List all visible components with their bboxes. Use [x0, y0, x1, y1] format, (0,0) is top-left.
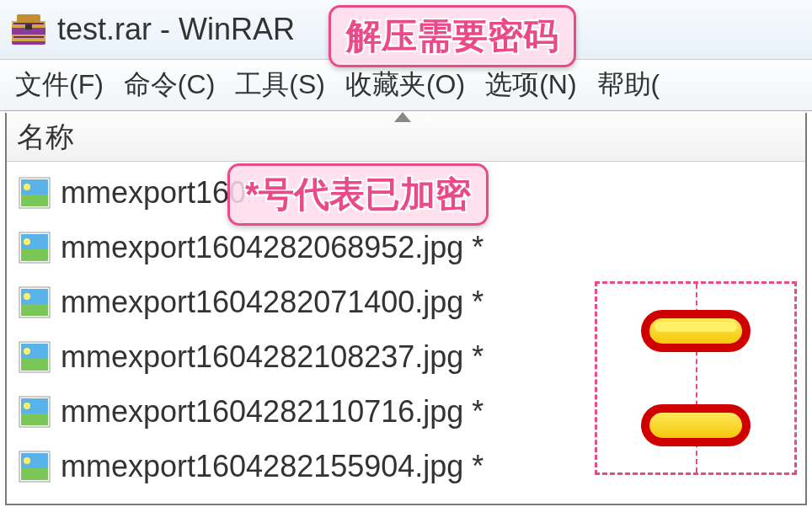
file-name: mmexport1604282155904.jpg * [61, 449, 483, 484]
svg-rect-4 [25, 24, 32, 29]
menu-command[interactable]: 命令(C) [124, 67, 215, 104]
image-file-icon [19, 341, 51, 373]
svg-rect-17 [21, 304, 48, 316]
decoration-cell [597, 284, 794, 378]
svg-rect-6 [13, 36, 44, 38]
svg-rect-29 [21, 468, 48, 480]
svg-point-10 [24, 184, 30, 190]
menu-options[interactable]: 选项(N) [485, 67, 576, 104]
svg-point-30 [24, 457, 30, 464]
menu-tools[interactable]: 工具(S) [235, 67, 325, 104]
svg-rect-5 [13, 23, 44, 24]
menu-favorites[interactable]: 收藏夹(O) [345, 67, 465, 104]
svg-rect-25 [21, 414, 48, 425]
svg-rect-21 [21, 359, 48, 371]
file-name: mmexport1604282068952.jpg * [61, 230, 483, 265]
menu-help[interactable]: 帮助( [597, 67, 660, 104]
window-title: test.rar - WinRAR [57, 12, 295, 47]
file-name: mmexport1604282110716.jpg * [61, 394, 483, 430]
pill-icon [641, 404, 751, 446]
svg-rect-9 [21, 195, 48, 206]
image-file-icon [19, 232, 51, 264]
svg-point-18 [24, 293, 30, 300]
file-name: mmexport1604282108237.jpg * [61, 339, 483, 375]
svg-rect-3 [17, 14, 40, 23]
decoration-cell [597, 378, 794, 472]
annotation-asterisk-encrypted: *号代表已加密 [227, 163, 489, 226]
file-name: mmexport160 [61, 175, 246, 211]
column-header[interactable]: 名称 [7, 113, 805, 162]
image-file-icon [19, 396, 51, 428]
svg-rect-13 [21, 249, 48, 261]
decoration-overlay [595, 281, 797, 475]
image-file-icon [19, 451, 51, 483]
file-row[interactable]: mmexport1604282068952.jpg * [7, 220, 805, 275]
winrar-icon [8, 9, 49, 50]
annotation-password-required: 解压需要密码 [329, 5, 576, 67]
svg-point-14 [24, 238, 30, 245]
svg-point-26 [24, 403, 30, 409]
image-file-icon [19, 177, 51, 209]
svg-point-22 [24, 348, 30, 355]
sort-arrow-icon [394, 112, 411, 122]
pill-icon [641, 310, 751, 352]
menu-file[interactable]: 文件(F) [15, 67, 104, 104]
column-header-name: 名称 [17, 118, 74, 157]
image-file-icon [19, 286, 51, 318]
file-name: mmexport1604282071400.jpg * [61, 285, 483, 320]
